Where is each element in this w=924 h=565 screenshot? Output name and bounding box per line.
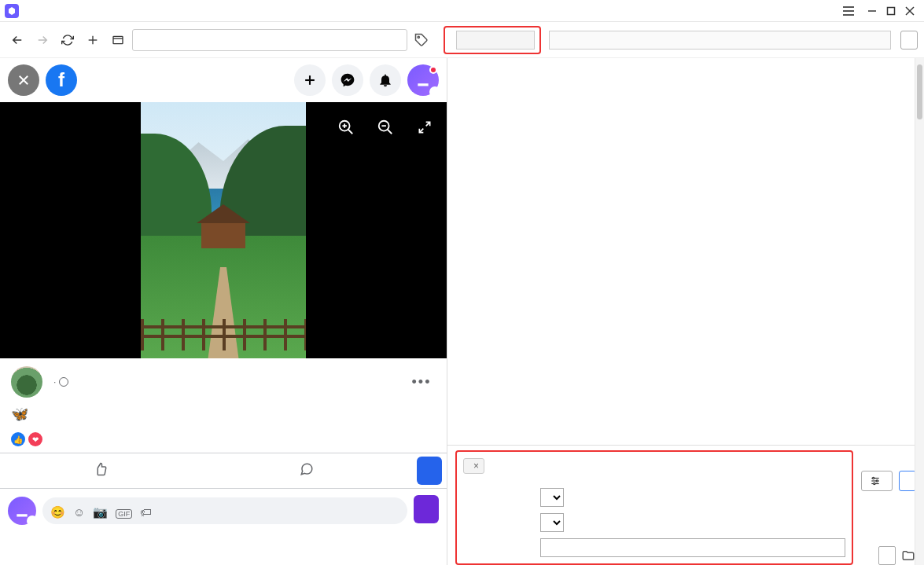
- create-album-row: [444, 26, 541, 54]
- filter-button[interactable]: [861, 471, 893, 491]
- scrollbar[interactable]: [915, 58, 924, 565]
- tabs-button[interactable]: [107, 29, 129, 51]
- save-all-button[interactable]: [899, 471, 916, 491]
- photo-image: [141, 102, 306, 358]
- back-button[interactable]: [6, 29, 28, 51]
- forward-button[interactable]: [31, 29, 53, 51]
- close-button[interactable]: [900, 2, 919, 20]
- love-reaction-icon: ❤: [28, 432, 42, 446]
- comment-input[interactable]: 😊 ☺ 📷 GIF 🏷: [42, 497, 407, 524]
- like-reaction-icon: 👍: [11, 432, 25, 446]
- chevron-down-icon[interactable]: ▾: [429, 86, 440, 97]
- commenter-avatar[interactable]: ▾: [8, 497, 36, 525]
- download-extension-button[interactable]: ▾: [407, 64, 439, 96]
- size-chip: ×: [463, 458, 484, 474]
- post-body: 🦋: [0, 405, 447, 429]
- fb-header: f ▾: [0, 58, 447, 102]
- like-button[interactable]: [0, 453, 206, 485]
- facebook-logo-icon[interactable]: f: [46, 64, 77, 96]
- results-pane: ×: [447, 58, 924, 565]
- url-input[interactable]: [132, 29, 407, 51]
- svg-rect-1: [888, 7, 895, 14]
- auto-click-button[interactable]: [417, 457, 442, 485]
- menu-icon[interactable]: [839, 2, 858, 20]
- image-size-select[interactable]: [540, 488, 564, 507]
- minimize-button[interactable]: [863, 2, 882, 20]
- reactions-row: 👍 ❤: [0, 429, 447, 453]
- app-logo-icon: [5, 4, 19, 18]
- add-tab-button[interactable]: [82, 29, 104, 51]
- privacy-public-icon: [59, 377, 68, 387]
- tag-icon[interactable]: [410, 29, 433, 51]
- filter-bar-input[interactable]: [549, 31, 891, 50]
- close-overlay-button[interactable]: [8, 64, 39, 96]
- post-actions: [0, 453, 447, 489]
- chevron-down-icon[interactable]: ▾: [27, 515, 38, 526]
- photo-viewer: [0, 102, 447, 358]
- notifications-button[interactable]: [370, 64, 401, 96]
- svg-line-14: [348, 130, 353, 134]
- save-format-select[interactable]: [540, 513, 564, 532]
- settings-highlight: ×: [455, 450, 853, 565]
- clear-button[interactable]: [900, 31, 918, 50]
- post-menu-button[interactable]: •••: [407, 368, 436, 396]
- open-folder-icon[interactable]: [900, 548, 916, 563]
- avatar-sticker-icon[interactable]: 😊: [50, 505, 65, 519]
- gif-icon[interactable]: GIF: [116, 505, 132, 519]
- camera-icon[interactable]: 📷: [93, 505, 108, 519]
- avatar[interactable]: [11, 366, 42, 398]
- svg-point-24: [876, 480, 878, 482]
- svg-rect-6: [113, 36, 123, 43]
- post-header: · •••: [0, 358, 447, 405]
- thumbnail-grid: [447, 58, 924, 445]
- reload-button[interactable]: [57, 29, 79, 51]
- auto-scroll-button[interactable]: [414, 495, 439, 523]
- create-post-button[interactable]: [294, 64, 326, 96]
- emoji-icon[interactable]: ☺: [73, 505, 85, 519]
- comment-button[interactable]: [206, 453, 412, 485]
- browser-pane: f ▾: [0, 58, 447, 565]
- svg-point-8: [418, 36, 419, 38]
- file-location-input[interactable]: [540, 538, 845, 557]
- remove-chip-icon[interactable]: ×: [473, 460, 479, 471]
- fullscreen-icon[interactable]: [414, 116, 436, 138]
- sticker-icon[interactable]: 🏷: [140, 505, 152, 519]
- comment-row: ▾ 😊 ☺ 📷 GIF 🏷: [0, 489, 447, 532]
- maximize-button[interactable]: [882, 2, 900, 20]
- zoom-out-icon[interactable]: [374, 116, 396, 138]
- album-name-input[interactable]: [456, 31, 535, 50]
- zoom-in-icon[interactable]: [335, 116, 357, 138]
- svg-point-23: [873, 477, 874, 479]
- svg-point-25: [874, 482, 875, 484]
- messenger-button[interactable]: [332, 64, 363, 96]
- title-bar: [0, 0, 924, 22]
- notification-dot-icon: [429, 66, 437, 74]
- toolbar: [0, 22, 924, 58]
- change-location-button[interactable]: [878, 546, 896, 565]
- svg-line-18: [388, 130, 392, 134]
